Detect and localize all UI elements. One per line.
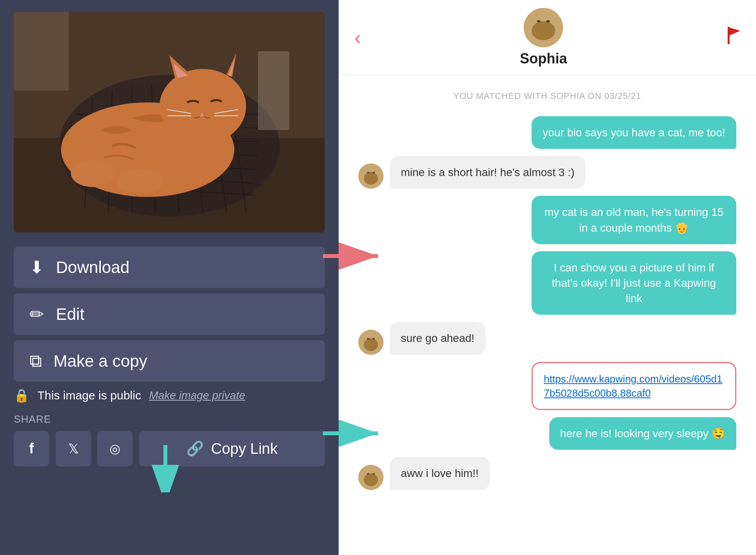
twitter-icon: 𝕏 [68,441,79,457]
instagram-icon: ◎ [109,441,120,456]
svg-point-30 [116,169,163,194]
profile-avatar[interactable] [524,8,563,47]
flag-button[interactable] [726,27,740,48]
instagram-button[interactable]: ◎ [97,431,133,466]
make-copy-label: Make a copy [54,352,147,371]
svg-point-62 [372,473,375,475]
svg-rect-46 [728,27,730,44]
message-bubble: I can show you a picture of him if that'… [532,251,736,315]
svg-rect-31 [258,51,289,130]
msg-avatar [358,330,384,355]
message-row: mine is a short hair! he's almost 3 :) [358,156,736,189]
svg-marker-47 [730,28,740,35]
share-label: SHARE [14,413,325,425]
svg-point-61 [367,473,369,475]
svg-point-42 [537,20,541,22]
message-bubble: your bio says you have a cat, me too! [532,116,736,149]
back-button[interactable]: ‹ [354,26,361,49]
message-row: aww i love him!! [358,457,736,490]
left-panel: ⬇ Download ✏ Edit ⧉ Make a copy 🔒 This i… [0,0,339,555]
msg-avatar [358,465,384,490]
svg-point-54 [364,338,378,351]
svg-point-51 [367,172,369,173]
message-bubble: sure go ahead! [390,322,485,355]
link-icon: 🔗 [186,440,204,457]
message-bubble: here he is! looking very sleepy 🤤 [549,417,736,450]
edit-button[interactable]: ✏ Edit [14,293,325,335]
lock-icon: 🔒 [14,388,30,403]
download-label: Download [56,258,130,277]
copy-link-button[interactable]: 🔗 Copy Link [139,431,325,466]
svg-point-49 [364,172,378,185]
edit-label: Edit [56,305,84,324]
facebook-icon: f [29,440,34,457]
message-row: your bio says you have a cat, me too! [358,116,736,149]
svg-point-52 [372,172,375,173]
svg-point-43 [546,20,550,22]
make-private-link[interactable]: Make image private [149,389,245,402]
link-bubble[interactable]: https://www.kapwing.com/videos/605d17b50… [532,362,736,410]
copy-link-label: Copy Link [211,440,278,457]
message-bubble: aww i love him!! [390,457,490,490]
message-row: sure go ahead! [358,322,736,355]
download-icon: ⬇ [30,257,44,277]
message-bubble: my cat is an old man, he's turning 15 in… [532,196,736,244]
profile-name: Sophia [520,50,567,67]
chat-messages: YOU MATCHED WITH SOPHIA ON 03/25/21 your… [339,75,756,555]
make-copy-button[interactable]: ⧉ Make a copy [14,340,325,382]
download-button[interactable]: ⬇ Download [14,247,325,288]
public-row: 🔒 This image is public Make image privat… [14,384,325,407]
chat-header: ‹ Sophia [339,0,756,75]
svg-point-19 [159,69,246,144]
msg-avatar [358,163,384,189]
share-section: SHARE f 𝕏 ◎ 🔗 Copy Link [14,413,325,466]
message-row: https://www.kapwing.com/videos/605d17b50… [358,362,736,410]
svg-point-56 [367,338,369,340]
svg-point-57 [372,338,375,340]
message-row: I can show you a picture of him if that'… [358,251,736,315]
facebook-button[interactable]: f [14,431,49,466]
svg-rect-32 [14,12,69,91]
public-text: This image is public [37,389,141,402]
svg-point-29 [71,160,114,187]
message-row: my cat is an old man, he's turning 15 in… [358,196,736,244]
svg-point-59 [364,473,378,486]
twitter-button[interactable]: 𝕏 [56,431,91,466]
message-bubble: mine is a short hair! he's almost 3 :) [390,156,586,189]
message-row: here he is! looking very sleepy 🤤 [358,417,736,450]
share-buttons: f 𝕏 ◎ 🔗 Copy Link [14,431,325,466]
match-notice: YOU MATCHED WITH SOPHIA ON 03/25/21 [358,87,736,109]
action-buttons: ⬇ Download ✏ Edit ⧉ Make a copy [14,247,325,382]
edit-icon: ✏ [30,304,44,324]
right-panel: ‹ Sophia YOU MATCHE [339,0,756,555]
copy-icon: ⧉ [30,351,42,371]
svg-point-40 [532,21,555,40]
header-center: Sophia [520,8,567,67]
cat-image [14,12,325,232]
